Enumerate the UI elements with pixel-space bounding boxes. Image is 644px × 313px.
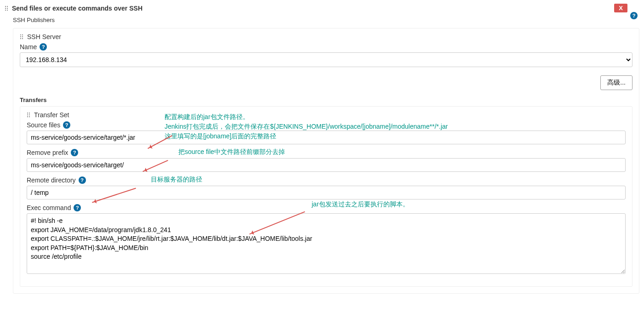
transfer-block: Transfer Set Source files ? 配置构建后的jar包文件… bbox=[20, 106, 633, 287]
ssh-server-label: SSH Server bbox=[27, 33, 61, 40]
server-name-select[interactable]: 192.168.8.134 bbox=[20, 52, 633, 67]
section-title: Send files or execute commands over SSH bbox=[12, 5, 142, 12]
help-icon[interactable]: ? bbox=[630, 12, 638, 19]
transfer-set-label: Transfer Set bbox=[34, 111, 69, 119]
help-icon[interactable]: ? bbox=[74, 204, 81, 211]
help-icon[interactable]: ? bbox=[71, 149, 78, 156]
transfers-label: Transfers bbox=[20, 97, 633, 103]
remove-prefix-input[interactable] bbox=[27, 158, 626, 172]
remote-directory-label: Remote directory bbox=[27, 176, 76, 184]
remote-directory-input[interactable] bbox=[27, 186, 626, 199]
source-files-label: Source files bbox=[27, 121, 60, 129]
drag-handle-icon[interactable] bbox=[27, 112, 31, 118]
advanced-button[interactable]: 高级... bbox=[600, 75, 633, 90]
close-button[interactable]: X bbox=[614, 4, 627, 12]
source-files-input[interactable] bbox=[27, 131, 626, 144]
help-icon[interactable]: ? bbox=[63, 121, 70, 129]
exec-command-textarea[interactable] bbox=[27, 213, 626, 274]
remove-prefix-label: Remove prefix bbox=[27, 149, 68, 156]
exec-command-label: Exec command bbox=[27, 204, 71, 211]
help-icon[interactable]: ? bbox=[40, 43, 47, 51]
drag-handle-icon[interactable] bbox=[20, 34, 24, 40]
ssh-server-block: SSH Server Name ? 192.168.8.134 高级... Tr… bbox=[13, 28, 639, 294]
drag-handle-icon[interactable] bbox=[5, 6, 9, 11]
name-label: Name bbox=[20, 43, 37, 51]
ssh-publishers-label: SSH Publishers bbox=[13, 17, 639, 23]
help-icon[interactable]: ? bbox=[79, 176, 86, 184]
